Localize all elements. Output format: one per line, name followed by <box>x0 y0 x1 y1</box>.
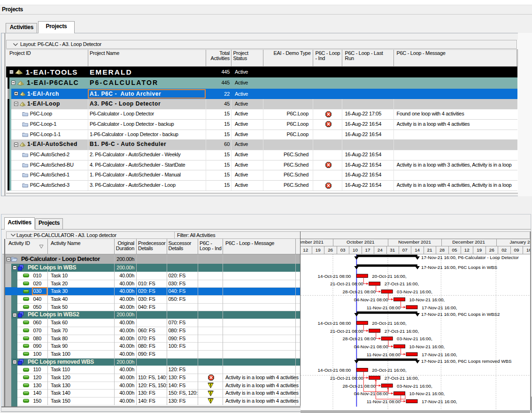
svg-text:20-Oct-21 16:00,: 20-Oct-21 16:00, <box>372 273 407 278</box>
svg-text:03-Nov-21 16:00,: 03-Nov-21 16:00, <box>397 289 432 294</box>
svg-text:10-Nov-21 16:00,: 10-Nov-21 16:00, <box>409 297 445 302</box>
svg-text:21-Oct-21 08:00: 21-Oct-21 08:00 <box>330 328 363 333</box>
svg-text:27-Oct-21 16:00,: 27-Oct-21 16:00, <box>385 281 419 286</box>
svg-text:17-Nov-21 16:00, P6-Calculator: 17-Nov-21 16:00, P6-Calculator - Loop De… <box>421 255 519 260</box>
svg-text:20-Oct-21 16:00,: 20-Oct-21 16:00, <box>372 320 407 325</box>
svg-text:17-Nov-21 16:00, P6C Loops in: 17-Nov-21 16:00, P6C Loops in WBS <box>421 264 497 269</box>
svg-text:10-Nov-21 16:00,: 10-Nov-21 16:00, <box>409 344 445 349</box>
svg-text:27-Oct-21 16:00,: 27-Oct-21 16:00, <box>385 328 419 333</box>
svg-text:20-Oct-21 16:00,: 20-Oct-21 16:00, <box>372 367 407 373</box>
svg-text:14-Oct-21 08:00: 14-Oct-21 08:00 <box>318 320 351 325</box>
svg-text:17-Nov-21 16:00,: 17-Nov-21 16:00, <box>422 352 457 357</box>
svg-text:17-Nov-21 16:00, P6C Loops in: 17-Nov-21 16:00, P6C Loops in WBS2 <box>421 312 500 317</box>
svg-text:14-Oct-21 08:00: 14-Oct-21 08:00 <box>318 367 351 373</box>
svg-text:28-Oct-21 08:00: 28-Oct-21 08:00 <box>343 383 376 388</box>
svg-text:17-Nov-21 16:00,: 17-Nov-21 16:00, <box>422 398 457 404</box>
svg-text:21-Oct-21 08:00: 21-Oct-21 08:00 <box>330 281 363 286</box>
svg-text:11-Nov-21 08:00: 11-Nov-21 08:00 <box>367 305 401 310</box>
svg-text:27-Oct-21 16:00,: 27-Oct-21 16:00, <box>385 375 419 380</box>
svg-text:28-Oct-21 08:00: 28-Oct-21 08:00 <box>343 289 376 294</box>
svg-text:03-Nov-21 16:00,: 03-Nov-21 16:00, <box>397 336 432 341</box>
svg-text:10-Nov-21 16:00,: 10-Nov-21 16:00, <box>409 391 445 396</box>
svg-text:11-Nov-21 08:00: 11-Nov-21 08:00 <box>367 398 401 404</box>
svg-text:04-Nov-21 08:00: 04-Nov-21 08:00 <box>354 344 388 349</box>
svg-text:21-Oct-21 08:00: 21-Oct-21 08:00 <box>330 375 363 380</box>
svg-text:14-Oct-21 08:00: 14-Oct-21 08:00 <box>318 273 351 278</box>
svg-text:17-Nov-21 16:00,: 17-Nov-21 16:00, <box>422 305 457 310</box>
svg-text:17-Nov-21 16:00, P6C Loops rem: 17-Nov-21 16:00, P6C Loops removed WBS <box>421 359 512 364</box>
svg-text:04-Nov-21 08:00: 04-Nov-21 08:00 <box>354 297 388 302</box>
svg-text:11-Nov-21 08:00: 11-Nov-21 08:00 <box>367 352 401 357</box>
svg-text:04-Nov-21 08:00: 04-Nov-21 08:00 <box>354 391 388 396</box>
svg-text:28-Oct-21 08:00: 28-Oct-21 08:00 <box>343 336 376 341</box>
svg-text:03-Nov-21 16:00,: 03-Nov-21 16:00, <box>397 383 432 388</box>
